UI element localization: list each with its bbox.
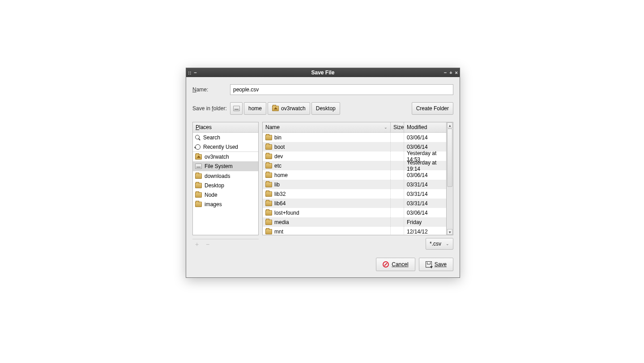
home-folder-icon: [272, 106, 279, 111]
file-size: [391, 133, 404, 142]
column-header-name[interactable]: Name⌄: [263, 122, 391, 132]
places-item-label: Desktop: [205, 182, 224, 189]
file-name: bin: [274, 134, 281, 141]
create-folder-button[interactable]: Create Folder: [412, 102, 453, 115]
file-filter-value: *.csv: [430, 241, 441, 247]
table-row[interactable]: lib6403/31/14: [263, 199, 446, 208]
folder-icon: [265, 135, 272, 140]
places-item-downloads[interactable]: downloads: [193, 171, 258, 181]
places-item-images[interactable]: images: [193, 199, 258, 209]
file-name: etc: [274, 163, 281, 169]
table-row[interactable]: etcYesterday at 19:14: [263, 161, 446, 170]
table-row[interactable]: bin03/06/14: [263, 133, 446, 142]
places-item-label: Search: [203, 134, 220, 141]
table-row[interactable]: home03/06/14: [263, 170, 446, 180]
recent-icon: [195, 144, 200, 150]
table-row[interactable]: mediaFriday: [263, 217, 446, 227]
folder-icon: [265, 163, 272, 169]
name-label: Name:: [192, 86, 230, 93]
file-name: lib64: [274, 200, 286, 207]
window-maximize-icon[interactable]: +: [449, 70, 452, 75]
vertical-scrollbar[interactable]: ▴ ▾: [447, 122, 453, 235]
folder-icon: [265, 210, 272, 216]
file-size: [391, 208, 404, 217]
file-name: media: [274, 219, 289, 225]
save-file-dialog: :: − Save File − + × Name: Save in folde…: [186, 68, 460, 278]
breadcrumb-segment-user[interactable]: ov3rwatch: [268, 102, 310, 115]
scroll-down-button[interactable]: ▾: [447, 229, 452, 235]
file-size: [391, 189, 404, 199]
drive-icon: [195, 164, 202, 169]
window-minimize-icon[interactable]: −: [444, 70, 447, 75]
folder-icon: [265, 154, 272, 159]
breadcrumb-root-drive[interactable]: [230, 102, 243, 115]
places-item-ov3rwatch[interactable]: ov3rwatch: [193, 152, 258, 161]
file-modified: Yesterday at 19:14: [404, 161, 446, 170]
places-item-label: Node: [205, 192, 218, 198]
places-item-label: File System: [205, 163, 233, 169]
scroll-thumb[interactable]: [447, 129, 452, 187]
file-name: home: [274, 172, 288, 178]
file-modified: 03/06/14: [404, 208, 446, 217]
places-item-label: ov3rwatch: [205, 154, 229, 160]
folder-icon: [195, 183, 202, 188]
remove-bookmark-button[interactable]: −: [203, 240, 212, 248]
file-size: [391, 227, 404, 235]
folder-icon: [265, 220, 272, 225]
add-bookmark-button[interactable]: +: [192, 240, 201, 248]
file-modified: 03/06/14: [404, 170, 446, 180]
places-toolbar: + −: [192, 239, 259, 249]
places-item-label: images: [205, 201, 222, 207]
folder-icon: [195, 202, 202, 207]
table-row[interactable]: lib3203/31/14: [263, 189, 446, 199]
places-item-recently-used[interactable]: Recently Used: [193, 142, 258, 151]
search-icon: [195, 135, 200, 140]
window-iconify-icon[interactable]: −: [194, 70, 196, 75]
breadcrumb-segment-home[interactable]: home: [244, 102, 266, 115]
file-modified: 03/06/14: [404, 133, 446, 142]
places-item-label: Recently Used: [203, 144, 238, 150]
file-name: mnt: [274, 229, 283, 235]
file-size: [391, 199, 404, 208]
file-size: [391, 217, 404, 227]
breadcrumb-segment-desktop[interactable]: Desktop: [311, 102, 340, 115]
scroll-up-button[interactable]: ▴: [447, 122, 452, 128]
places-header[interactable]: Places: [193, 122, 258, 133]
places-item-desktop[interactable]: Desktop: [193, 181, 258, 190]
save-button[interactable]: Save: [419, 258, 453, 271]
window-close-icon[interactable]: ×: [455, 70, 458, 75]
folder-icon: [195, 173, 202, 179]
file-size: [391, 161, 404, 170]
file-modified: 03/31/14: [404, 180, 446, 189]
home-folder-icon: [195, 154, 202, 160]
column-header-modified[interactable]: Modified: [404, 122, 446, 132]
places-item-file-system[interactable]: File System: [193, 161, 258, 171]
file-modified: 03/31/14: [404, 199, 446, 208]
table-row[interactable]: lib03/31/14: [263, 180, 446, 189]
column-header-size[interactable]: Size: [391, 122, 404, 132]
file-size: [391, 170, 404, 180]
folder-icon: [265, 144, 272, 150]
table-row[interactable]: mnt12/14/12: [263, 227, 446, 235]
sort-indicator-icon: ⌄: [384, 125, 388, 130]
filename-input[interactable]: [230, 84, 453, 95]
places-item-label: downloads: [205, 173, 230, 179]
places-item-search[interactable]: Search: [193, 133, 258, 142]
file-modified: 03/31/14: [404, 189, 446, 199]
folder-icon: [195, 192, 202, 198]
titlebar[interactable]: :: − Save File − + ×: [186, 68, 460, 77]
folder-icon: [265, 191, 272, 197]
folder-icon: [265, 229, 272, 234]
window-title: Save File: [311, 69, 334, 76]
file-size: [391, 180, 404, 189]
places-item-node[interactable]: Node: [193, 190, 258, 199]
table-row[interactable]: lost+found03/06/14: [263, 208, 446, 217]
save-in-folder-label: Save in folder:: [192, 105, 230, 112]
window-move-icon[interactable]: ::: [188, 70, 191, 75]
cancel-icon: [383, 261, 389, 268]
file-name: lib32: [274, 191, 286, 197]
file-filter-dropdown[interactable]: *.csv ⌄: [426, 238, 453, 250]
file-name: boot: [274, 144, 285, 150]
folder-icon: [265, 173, 272, 178]
cancel-button[interactable]: Cancel: [376, 258, 415, 271]
